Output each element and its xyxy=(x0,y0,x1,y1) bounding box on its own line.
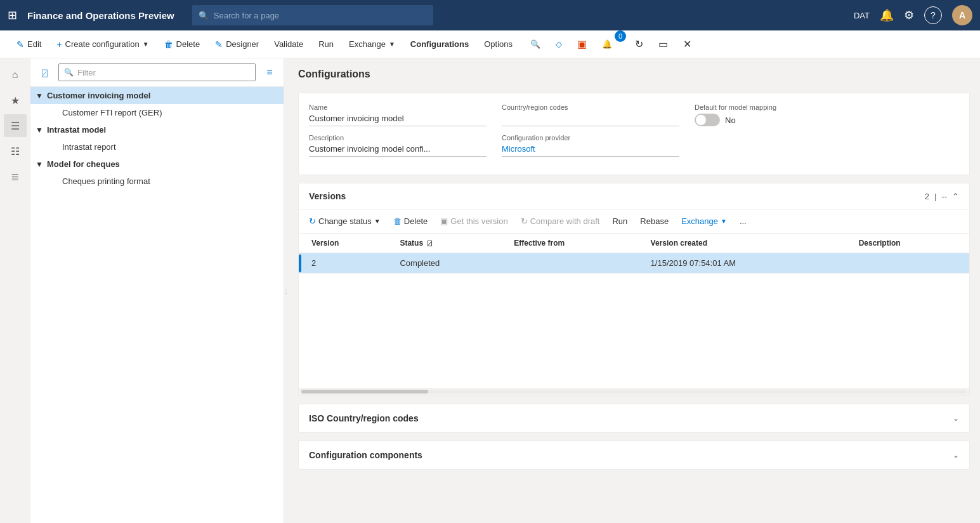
status-filter-icon[interactable]: ⍁ xyxy=(428,239,432,247)
sidebar-home-icon[interactable]: ⌂ xyxy=(4,63,27,86)
command-close-icon[interactable]: ✕ xyxy=(677,34,698,54)
versions-run-button[interactable]: Run xyxy=(607,213,632,229)
command-bar: ✎ Edit + Create configuration ▼ 🗑 Delete… xyxy=(0,30,980,58)
form-field-default-mapping: Default for model mapping No xyxy=(695,103,821,126)
tree-item-intrastat-report[interactable]: Intrastat report xyxy=(30,138,284,156)
form-field-config-provider: Configuration provider Microsoft xyxy=(502,134,679,157)
col-header-indicator xyxy=(299,234,304,253)
tree-item-customer-fti-report[interactable]: Customer FTI report (GER) xyxy=(30,104,284,121)
global-search-bar[interactable]: 🔍 xyxy=(192,5,433,25)
table-row[interactable]: 2 Completed 1/15/2019 07:54:01 AM xyxy=(299,253,969,274)
col-header-status[interactable]: Status ⍁ xyxy=(392,234,506,253)
row-selected-indicator xyxy=(299,253,304,274)
get-this-version-button[interactable]: ▣ Get this version xyxy=(435,213,513,229)
versions-delete-icon: 🗑 xyxy=(393,216,402,226)
config-components-header[interactable]: Configuration components ⌄ xyxy=(299,441,969,469)
default-mapping-label: Default for model mapping xyxy=(695,103,821,111)
form-field-name: Name Customer invoicing model xyxy=(309,103,487,126)
settings-icon[interactable]: ⚙ xyxy=(904,8,914,22)
app-title: Finance and Operations Preview xyxy=(27,10,174,21)
config-components-section: Configuration components ⌄ xyxy=(298,440,970,470)
command-office-icon[interactable]: ▣ xyxy=(571,34,593,54)
create-config-dropdown-icon: ▼ xyxy=(143,41,149,48)
config-provider-value[interactable]: Microsoft xyxy=(502,144,679,157)
filter-input-wrapper: 🔍 xyxy=(58,63,256,81)
validate-button[interactable]: Validate xyxy=(268,36,310,53)
form-field-description: Description Customer invoicing model con… xyxy=(309,134,487,157)
versions-exchange-button[interactable]: Exchange ▼ xyxy=(676,213,732,229)
rebase-button[interactable]: Rebase xyxy=(635,213,674,229)
versions-delete-button[interactable]: 🗑 Delete xyxy=(388,213,433,229)
country-region-value xyxy=(502,114,679,126)
command-refresh-icon[interactable]: ↻ xyxy=(629,34,650,54)
options-button[interactable]: Options xyxy=(478,36,519,53)
versions-table-header-row: Version Status ⍁ Effective from Version … xyxy=(299,234,969,253)
notification-icon[interactable]: 🔔 xyxy=(880,8,894,22)
change-status-icon: ↻ xyxy=(309,216,316,226)
exchange-button[interactable]: Exchange ▼ xyxy=(343,36,402,53)
form-row-name-country: Name Customer invoicing model Country/re… xyxy=(309,103,959,126)
col-header-version[interactable]: Version xyxy=(304,234,392,253)
versions-collapse-icon[interactable]: ⌃ xyxy=(952,192,959,201)
col-header-version-created[interactable]: Version created xyxy=(643,234,851,253)
app-menu-icon[interactable]: ⊞ xyxy=(8,8,17,22)
sidebar-list-icon[interactable]: ☰ xyxy=(4,114,27,137)
command-expand-icon[interactable]: ▭ xyxy=(652,34,674,54)
sidebar-grid-icon[interactable]: ☷ xyxy=(4,140,27,162)
tree-item-model-for-cheques[interactable]: ▼ Model for cheques xyxy=(30,156,284,173)
default-mapping-toggle[interactable] xyxy=(695,114,720,126)
tree-panel: ⍁ 🔍 ≡ ▼ Customer invoicing model Custome… xyxy=(30,58,284,523)
versions-scrollbar-track[interactable] xyxy=(301,390,967,394)
toggle-thumb xyxy=(696,115,706,125)
global-search-input[interactable] xyxy=(214,11,427,20)
filter-search-icon: 🔍 xyxy=(64,68,74,77)
compare-with-draft-button[interactable]: ↻ Compare with draft xyxy=(516,213,605,229)
search-icon: 🔍 xyxy=(199,11,209,20)
toggle-label: No xyxy=(725,116,736,125)
expand-icon-cheques-model: ▼ xyxy=(36,160,44,169)
delete-button[interactable]: 🗑 Delete xyxy=(158,36,207,53)
configurations-section-title: Configurations xyxy=(298,69,970,80)
versions-scrollbar-thumb[interactable] xyxy=(301,390,428,394)
configurations-form-card: Name Customer invoicing model Country/re… xyxy=(298,93,970,175)
versions-exchange-dropdown: ▼ xyxy=(721,218,727,225)
run-button[interactable]: Run xyxy=(312,36,340,53)
expand-icon-customer-invoicing: ▼ xyxy=(36,91,44,100)
tree-item-customer-invoicing-model[interactable]: ▼ Customer invoicing model xyxy=(30,87,284,104)
col-header-description[interactable]: Description xyxy=(851,234,969,253)
col-header-effective-from[interactable]: Effective from xyxy=(506,234,643,253)
command-diamond-icon[interactable]: ◇ xyxy=(549,36,568,53)
default-mapping-toggle-wrap: No xyxy=(695,114,821,126)
filter-icon-button[interactable]: ⍁ xyxy=(36,63,53,81)
designer-button[interactable]: ✎ Designer xyxy=(209,36,265,53)
country-region-label: Country/region codes xyxy=(502,103,679,111)
edit-button[interactable]: ✎ Edit xyxy=(10,36,48,53)
compare-icon: ↻ xyxy=(521,216,528,226)
versions-scrollbar-area[interactable] xyxy=(299,388,969,395)
iso-country-header[interactable]: ISO Country/region codes ⌄ xyxy=(299,404,969,432)
notification-count-badge: 0 xyxy=(615,30,626,42)
change-status-dropdown: ▼ xyxy=(374,218,381,225)
create-configuration-button[interactable]: + Create configuration ▼ xyxy=(50,36,155,53)
tree-filter-input[interactable] xyxy=(77,68,250,77)
sort-icon-button[interactable]: ≡ xyxy=(261,63,278,81)
delete-icon: 🗑 xyxy=(164,39,173,50)
sidebar-chart-icon[interactable]: ≣ xyxy=(4,165,27,188)
command-search-icon[interactable]: 🔍 xyxy=(524,36,547,53)
versions-more-button[interactable]: ... xyxy=(735,213,752,229)
help-icon[interactable]: ? xyxy=(924,6,942,24)
iso-country-collapse-icon: ⌄ xyxy=(953,414,959,423)
top-nav-icons: DAT 🔔 ⚙ ? A xyxy=(854,5,972,25)
version-status-cell: Completed xyxy=(392,253,506,274)
version-created-cell: 1/15/2019 07:54:01 AM xyxy=(643,253,851,274)
configurations-button[interactable]: Configurations xyxy=(404,36,475,53)
versions-count: 2 xyxy=(925,192,929,201)
tree-item-intrastat-model[interactable]: ▼ Intrastat model xyxy=(30,121,284,138)
versions-title: Versions xyxy=(309,191,920,201)
versions-card: Versions 2 | -- ⌃ ↻ Change status ▼ 🗑 De… xyxy=(298,183,970,396)
change-status-button[interactable]: ↻ Change status ▼ xyxy=(304,213,386,229)
sidebar-favorite-icon[interactable]: ★ xyxy=(4,89,27,112)
config-components-collapse-icon: ⌄ xyxy=(953,451,959,460)
tree-item-cheques-printing-format[interactable]: Cheques printing format xyxy=(30,173,284,190)
user-avatar[interactable]: A xyxy=(952,5,972,25)
